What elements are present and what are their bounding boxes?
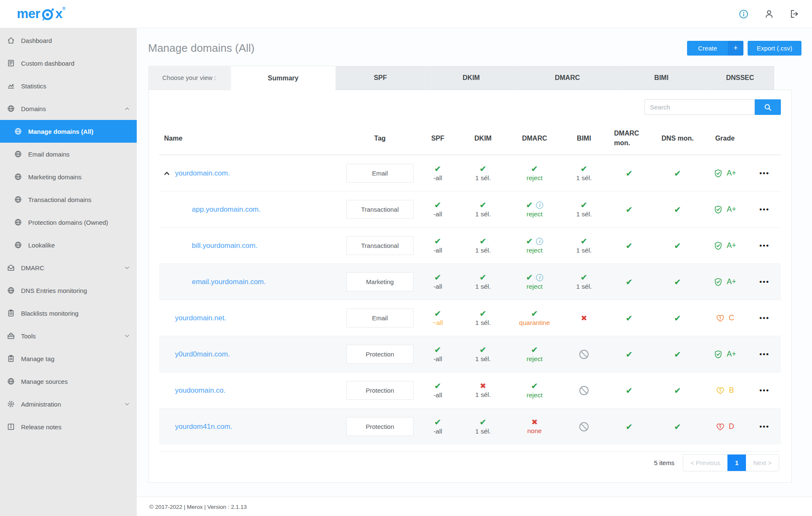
sidebar-item-administration[interactable]: Administration bbox=[0, 393, 137, 415]
check-icon bbox=[626, 314, 633, 322]
tab-dkim[interactable]: DKIM bbox=[425, 66, 517, 90]
row-actions-button[interactable]: ••• bbox=[759, 386, 770, 395]
domain-link[interactable]: youdoomain.co. bbox=[175, 386, 226, 395]
gear-icon bbox=[7, 400, 15, 408]
info-icon[interactable] bbox=[738, 9, 749, 19]
check-icon bbox=[674, 423, 681, 431]
search-icon bbox=[764, 103, 772, 112]
collapse-caret-icon[interactable] bbox=[163, 170, 170, 177]
sidebar-item-manage-sources[interactable]: Manage sources bbox=[0, 370, 137, 393]
sidebar-item-marketing-domains[interactable]: Marketing domains bbox=[0, 165, 137, 188]
check-icon bbox=[434, 273, 441, 282]
tab-dmarc[interactable]: DMARC bbox=[518, 66, 617, 90]
heart-crack-icon bbox=[716, 422, 725, 431]
sidebar-item-label: Domains bbox=[21, 105, 123, 112]
check-icon bbox=[526, 237, 533, 245]
sidebar-item-blacklists-monitoring[interactable]: Blacklists monitoring bbox=[0, 302, 137, 324]
previous-page-button[interactable]: < Previous bbox=[683, 455, 727, 471]
column-header-spf: SPF bbox=[416, 128, 460, 148]
grade-badge: B bbox=[716, 386, 734, 395]
sidebar-item-statistics[interactable]: Statistics bbox=[0, 74, 137, 97]
globe-icon bbox=[14, 218, 22, 226]
check-icon bbox=[674, 205, 681, 214]
check-icon bbox=[434, 382, 441, 390]
row-actions-button[interactable]: ••• bbox=[759, 314, 770, 322]
check-icon bbox=[480, 165, 487, 173]
create-button[interactable]: Create + bbox=[687, 41, 743, 56]
logout-icon[interactable] bbox=[789, 9, 799, 19]
check-icon bbox=[434, 346, 441, 354]
sidebar-item-lookalike[interactable]: Lookalike bbox=[0, 234, 137, 256]
mail-open-icon bbox=[7, 263, 15, 272]
check-icon bbox=[526, 201, 533, 209]
row-actions-button[interactable]: ••• bbox=[759, 169, 770, 178]
globe-icon bbox=[14, 195, 22, 204]
tabs-caption: Choose your view : bbox=[148, 66, 230, 90]
table-row: y0urd0main.com. Protection -all 1 sél. r… bbox=[159, 336, 781, 372]
user-icon[interactable] bbox=[764, 9, 774, 19]
sidebar-item-domains[interactable]: Domains bbox=[0, 97, 137, 120]
x-icon bbox=[581, 314, 587, 322]
domain-link[interactable]: yourdomain.com. bbox=[175, 169, 230, 178]
sidebar-item-email-domains[interactable]: Email domains bbox=[0, 143, 137, 165]
tab-bimi[interactable]: BIMI bbox=[617, 66, 706, 90]
row-actions-button[interactable]: ••• bbox=[759, 350, 770, 359]
column-header-dns-mon: DNS mon. bbox=[653, 128, 702, 148]
info-square-icon bbox=[7, 423, 15, 431]
info-icon[interactable]: i bbox=[536, 202, 543, 209]
ban-icon bbox=[579, 386, 589, 395]
domain-link[interactable]: bill.yourdomain.com. bbox=[192, 242, 257, 250]
tab-summary[interactable]: Summary bbox=[231, 66, 336, 90]
sidebar-item-protection-domains[interactable]: Protection domains (Owned) bbox=[0, 211, 137, 234]
sidebar-item-manage-domains-all[interactable]: Manage domains (All) bbox=[0, 120, 137, 143]
check-icon bbox=[674, 242, 681, 250]
check-icon bbox=[581, 165, 588, 173]
row-actions-button[interactable]: ••• bbox=[759, 278, 770, 286]
row-actions-button[interactable]: ••• bbox=[759, 205, 770, 214]
check-icon bbox=[626, 350, 633, 359]
search-button[interactable] bbox=[755, 99, 781, 115]
row-actions-button[interactable]: ••• bbox=[759, 242, 770, 250]
check-icon bbox=[480, 237, 487, 245]
merox-logo: mer x ® bbox=[17, 5, 66, 22]
sidebar-item-transactional-domains[interactable]: Transactional domains bbox=[0, 188, 137, 211]
domain-link[interactable]: y0urd0main.com. bbox=[175, 350, 230, 359]
sidebar-item-label: Custom dashboard bbox=[21, 60, 131, 67]
chevron-down-icon bbox=[123, 400, 131, 408]
info-icon[interactable]: i bbox=[536, 274, 543, 281]
row-actions-button[interactable]: ••• bbox=[759, 423, 770, 431]
domain-link[interactable]: yourdomain.net. bbox=[175, 314, 226, 322]
export-csv-button[interactable]: Export (.csv) bbox=[748, 41, 801, 56]
globe-icon bbox=[7, 377, 15, 386]
sidebar-item-manage-tag[interactable]: Manage tag bbox=[0, 347, 137, 370]
sidebar-item-release-notes[interactable]: Release notes bbox=[0, 415, 137, 438]
sidebar-item-dmarc[interactable]: DMARC bbox=[0, 256, 137, 279]
search-input[interactable] bbox=[645, 99, 755, 115]
sidebar-item-tools[interactable]: Tools bbox=[0, 324, 137, 347]
check-icon bbox=[480, 418, 487, 426]
sidebar-item-custom-dashboard[interactable]: Custom dashboard bbox=[0, 52, 137, 74]
next-page-button[interactable]: Next > bbox=[746, 455, 779, 471]
logo-text-suffix: x bbox=[55, 5, 62, 22]
info-icon[interactable]: i bbox=[536, 238, 543, 245]
sidebar: Dashboard Custom dashboard Statistics Do… bbox=[0, 28, 137, 516]
grade-badge: A+ bbox=[714, 241, 736, 250]
domains-card: Name Tag SPF DKIM DMARC BIMI DMARC mon. … bbox=[148, 90, 792, 483]
check-icon bbox=[626, 386, 633, 395]
check-icon bbox=[434, 237, 441, 245]
check-icon bbox=[480, 201, 487, 209]
globe-icon bbox=[7, 286, 15, 295]
tab-dnssec[interactable]: DNSSEC bbox=[706, 66, 774, 90]
plus-icon: + bbox=[728, 41, 743, 56]
tab-spf[interactable]: SPF bbox=[336, 66, 425, 90]
shield-check-icon bbox=[714, 277, 723, 287]
domain-link[interactable]: yourdom41n.com. bbox=[175, 423, 232, 431]
domain-link[interactable]: email.yourdomain.com. bbox=[192, 278, 266, 286]
check-icon bbox=[531, 165, 538, 173]
current-page-button[interactable]: 1 bbox=[727, 455, 746, 471]
domain-link[interactable]: app.yourdomain.com. bbox=[192, 205, 260, 214]
column-header-bimi: BIMI bbox=[563, 128, 605, 148]
sidebar-item-dashboard[interactable]: Dashboard bbox=[0, 29, 137, 52]
grade-badge: A+ bbox=[714, 169, 736, 178]
sidebar-item-dns-entries-monitoring[interactable]: DNS Entries monitoring bbox=[0, 279, 137, 302]
